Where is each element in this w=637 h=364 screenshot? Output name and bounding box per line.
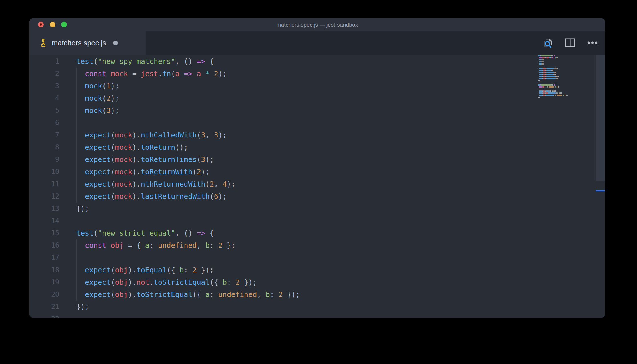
code-line[interactable]: 10 expect(mock).toReturnWith(2); xyxy=(29,166,605,178)
line-number: 18 xyxy=(29,264,59,276)
minimap-line xyxy=(538,90,598,92)
indent-guide xyxy=(76,117,77,129)
line-number: 9 xyxy=(29,153,59,166)
code-line[interactable]: 1test("new spy matchers", () => { xyxy=(29,55,605,68)
code-text: expect(obj).toStrictEqual({ a: undefined… xyxy=(76,288,300,301)
code-text: const mock = jest.fn(a => a * 2); xyxy=(76,68,227,80)
code-text: expect(mock).toReturnTimes(3); xyxy=(76,153,214,166)
minimap-line xyxy=(538,67,598,69)
code-line[interactable]: 5 mock(3); xyxy=(29,104,605,117)
line-number: 13 xyxy=(29,203,59,215)
line-number: 10 xyxy=(29,166,59,178)
line-number: 6 xyxy=(29,117,59,129)
line-number: 3 xyxy=(29,80,59,92)
code-text: expect(mock).nthCalledWith(3, 3); xyxy=(76,129,227,141)
app-window: matchers.spec.js — jest-sandbox matchers… xyxy=(29,18,605,318)
code-text: expect(mock).toReturn(); xyxy=(76,141,188,153)
line-number: 8 xyxy=(29,141,59,153)
line-number: 20 xyxy=(29,288,59,301)
line-number: 15 xyxy=(29,227,59,239)
code-line[interactable]: 3 mock(1); xyxy=(29,80,605,92)
code-line[interactable]: 12 expect(mock).lastReturnedWith(6); xyxy=(29,190,605,203)
window-title: matchers.spec.js — jest-sandbox xyxy=(29,18,605,31)
minimap-line xyxy=(538,82,598,84)
minimap-line xyxy=(538,86,598,88)
minimap-line xyxy=(538,92,598,94)
code-line[interactable]: 21}); xyxy=(29,301,605,313)
minimap-line xyxy=(538,74,598,76)
code-text: }); xyxy=(76,301,89,313)
minimap-line xyxy=(538,96,598,98)
minimap-line xyxy=(538,80,598,82)
code-line[interactable]: 6 xyxy=(29,117,605,129)
line-number: 19 xyxy=(29,276,59,288)
code-text: expect(mock).toReturnWith(2); xyxy=(76,166,210,178)
code-line[interactable]: 20 expect(obj).toStrictEqual({ a: undefi… xyxy=(29,288,605,301)
line-number: 16 xyxy=(29,239,59,252)
code-line[interactable]: 13}); xyxy=(29,203,605,215)
minimap-line xyxy=(538,71,598,73)
line-number: 22 xyxy=(29,313,59,318)
minimap-line xyxy=(538,69,598,71)
split-editor-icon[interactable] xyxy=(565,38,575,48)
minimap-line xyxy=(538,84,598,86)
minimap-line xyxy=(538,88,598,90)
minimap-line xyxy=(538,98,598,100)
code-text: test("new spy matchers", () => { xyxy=(76,55,214,68)
code-text: expect(obj).toEqual({ b: 2 }); xyxy=(76,264,214,276)
minimap-line xyxy=(538,59,598,61)
line-number: 2 xyxy=(29,68,59,80)
minimap[interactable] xyxy=(538,55,598,101)
more-actions-icon[interactable] xyxy=(587,41,598,45)
code-line[interactable]: 22 xyxy=(29,313,605,318)
line-number: 14 xyxy=(29,215,59,227)
scrollbar-thumb[interactable] xyxy=(596,55,605,181)
minimap-line xyxy=(538,78,598,80)
code-text: mock(2); xyxy=(76,92,119,104)
code-line[interactable]: 17 xyxy=(29,252,605,264)
code-line[interactable]: 15test("new strict equal", () => { xyxy=(29,227,605,239)
code-line[interactable]: 11 expect(mock).nthReturnedWith(2, 4); xyxy=(29,178,605,190)
code-text: const obj = { a: undefined, b: 2 }; xyxy=(76,239,235,252)
minimap-line xyxy=(538,94,598,96)
line-number: 12 xyxy=(29,190,59,203)
tab-matchers-spec[interactable]: matchers.spec.js xyxy=(29,31,146,55)
code-line[interactable]: 14 xyxy=(29,215,605,227)
code-text: mock(3); xyxy=(76,104,119,117)
minimap-line xyxy=(538,57,598,59)
line-number: 17 xyxy=(29,252,59,264)
line-number: 11 xyxy=(29,178,59,190)
modified-dot-icon[interactable] xyxy=(113,41,118,45)
minimap-line xyxy=(538,55,598,57)
scrollbar-cursor-marker xyxy=(596,190,605,191)
code-line[interactable]: 8 expect(mock).toReturn(); xyxy=(29,141,605,153)
code-text: expect(obj).not.toStrictEqual({ b: 2 }); xyxy=(76,276,257,288)
code-text: mock(1); xyxy=(76,80,119,92)
code-line[interactable]: 18 expect(obj).toEqual({ b: 2 }); xyxy=(29,264,605,276)
code-line[interactable]: 4 mock(2); xyxy=(29,92,605,104)
minimap-line xyxy=(538,65,598,67)
indent-guide xyxy=(76,252,77,264)
code-line[interactable]: 7 expect(mock).nthCalledWith(3, 3); xyxy=(29,129,605,141)
search-editors-icon[interactable] xyxy=(542,37,553,49)
tab-filename: matchers.spec.js xyxy=(52,39,106,47)
scrollbar[interactable] xyxy=(596,55,605,318)
test-flask-icon xyxy=(39,38,47,47)
code-line[interactable]: 9 expect(mock).toReturnTimes(3); xyxy=(29,153,605,166)
code-text: }); xyxy=(76,203,89,215)
minimap-line xyxy=(538,76,598,78)
line-number: 21 xyxy=(29,301,59,313)
code-lines: 1test("new spy matchers", () => {2 const… xyxy=(29,55,605,318)
code-text: test("new strict equal", () => { xyxy=(76,227,214,239)
line-number: 4 xyxy=(29,92,59,104)
code-line[interactable]: 19 expect(obj).not.toStrictEqual({ b: 2 … xyxy=(29,276,605,288)
editor[interactable]: 1test("new spy matchers", () => {2 const… xyxy=(29,55,605,318)
code-line[interactable]: 16 const obj = { a: undefined, b: 2 }; xyxy=(29,239,605,252)
minimap-line xyxy=(538,61,598,63)
code-line[interactable]: 2 const mock = jest.fn(a => a * 2); xyxy=(29,68,605,80)
code-text: expect(mock).nthReturnedWith(2, 4); xyxy=(76,178,235,190)
line-number: 7 xyxy=(29,129,59,141)
minimap-line xyxy=(538,63,598,65)
editor-actions xyxy=(542,31,605,55)
code-text: expect(mock).lastReturnedWith(6); xyxy=(76,190,227,203)
